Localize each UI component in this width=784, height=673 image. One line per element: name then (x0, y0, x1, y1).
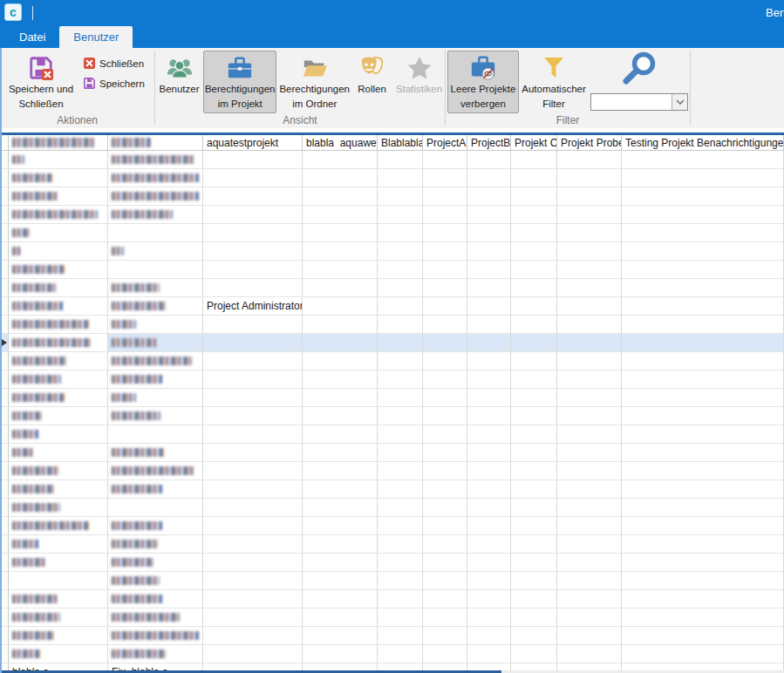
grid-cell[interactable] (467, 627, 511, 645)
grid-cell[interactable]: Project Administrator (203, 297, 303, 316)
grid-cell[interactable] (9, 590, 108, 608)
grid-cell[interactable] (622, 608, 784, 627)
grid-cell[interactable] (467, 444, 511, 462)
grid-cell[interactable] (423, 279, 467, 297)
grid-cell[interactable] (9, 370, 108, 389)
filter-combobox[interactable] (590, 93, 688, 111)
grid-cell[interactable] (108, 187, 203, 206)
grid-cell[interactable] (378, 645, 423, 663)
grid-cell[interactable] (203, 499, 303, 517)
grid-cell[interactable] (511, 370, 557, 389)
grid-cell[interactable] (303, 352, 378, 370)
grid-cell[interactable] (423, 370, 467, 389)
grid-cell[interactable] (9, 352, 108, 370)
grid-cell[interactable] (203, 316, 303, 334)
grid-cell[interactable] (467, 242, 511, 261)
grid-cell[interactable] (511, 169, 557, 187)
table-row[interactable] (0, 627, 784, 645)
grid-cell[interactable] (557, 224, 622, 242)
grid-cell[interactable] (557, 462, 622, 480)
grid-cell[interactable] (9, 480, 108, 499)
grid-cell[interactable] (303, 572, 378, 590)
grid-cell[interactable] (303, 334, 378, 352)
grid-cell[interactable] (303, 389, 378, 407)
grid-cell[interactable] (622, 444, 784, 462)
grid-cell[interactable] (423, 316, 467, 334)
grid-cell[interactable] (467, 334, 511, 352)
grid-cell[interactable] (108, 590, 203, 608)
grid-cell[interactable] (303, 627, 378, 645)
grid-cell[interactable] (467, 297, 511, 316)
grid-cell[interactable] (378, 169, 423, 187)
filter-combobox-input[interactable] (591, 94, 672, 110)
grid-cell[interactable] (423, 590, 467, 608)
table-row[interactable] (0, 389, 784, 407)
grid-cell[interactable] (467, 608, 511, 627)
grid-cell[interactable] (303, 462, 378, 480)
grid-cell[interactable] (203, 444, 303, 462)
grid-cell[interactable] (203, 590, 303, 608)
column-header-projekt-c[interactable]: Projekt C (511, 135, 557, 151)
grid-cell[interactable] (557, 370, 622, 389)
grid-cell[interactable] (511, 389, 557, 407)
grid-cell[interactable] (378, 590, 423, 608)
table-row[interactable] (0, 645, 784, 663)
column-header-projecta[interactable]: ProjectA (423, 135, 467, 151)
grid-cell[interactable] (108, 444, 203, 462)
grid-cell[interactable] (622, 151, 784, 169)
grid-cell[interactable] (108, 279, 203, 297)
grid-cell[interactable] (423, 608, 467, 627)
grid-cell[interactable] (622, 627, 784, 645)
automatischer-filter-button[interactable]: Automatischer Filter (522, 51, 585, 113)
grid-cell[interactable] (557, 590, 622, 608)
grid-cell[interactable] (467, 645, 511, 663)
table-row[interactable] (0, 261, 784, 279)
column-header-aquatestprojekt[interactable]: aquatestprojekt (203, 135, 303, 151)
grid-cell[interactable] (467, 187, 511, 206)
grid-cell[interactable] (303, 517, 378, 535)
grid-cell[interactable] (557, 169, 622, 187)
grid-cell[interactable] (203, 151, 303, 169)
grid-cell[interactable] (378, 261, 423, 279)
grid-cell[interactable] (378, 425, 423, 444)
grid-cell[interactable] (423, 334, 467, 352)
grid-cell[interactable] (9, 261, 108, 279)
grid-cell[interactable] (622, 572, 784, 590)
grid-cell[interactable] (378, 535, 423, 554)
grid-cell[interactable] (467, 535, 511, 554)
save-and-close-button[interactable]: Speichern und Schließen (7, 51, 75, 113)
table-row[interactable] (0, 316, 784, 334)
grid-cell[interactable] (9, 535, 108, 554)
grid-cell[interactable] (203, 627, 303, 645)
table-row[interactable] (0, 407, 784, 425)
grid-cell[interactable] (557, 425, 622, 444)
grid-cell[interactable] (557, 645, 622, 663)
grid-cell[interactable] (378, 370, 423, 389)
grid-cell[interactable] (423, 554, 467, 572)
grid-cell[interactable] (423, 517, 467, 535)
grid-cell[interactable] (303, 242, 378, 261)
grid-cell[interactable] (622, 169, 784, 187)
grid-cell[interactable] (303, 316, 378, 334)
grid-cell[interactable] (622, 261, 784, 279)
grid-cell[interactable] (622, 334, 784, 352)
app-icon[interactable]: c (4, 3, 22, 21)
grid-cell[interactable] (511, 645, 557, 663)
grid-cell[interactable] (511, 554, 557, 572)
grid-cell[interactable] (423, 572, 467, 590)
grid-cell[interactable] (557, 444, 622, 462)
grid-cell[interactable] (557, 389, 622, 407)
grid-cell[interactable] (557, 187, 622, 206)
grid-cell[interactable] (108, 169, 203, 187)
grid-cell[interactable] (557, 608, 622, 627)
grid-cell[interactable] (467, 572, 511, 590)
grid-cell[interactable] (378, 517, 423, 535)
grid-cell[interactable] (9, 425, 108, 444)
grid-cell[interactable] (108, 425, 203, 444)
grid-cell[interactable] (511, 242, 557, 261)
grid-cell[interactable] (378, 554, 423, 572)
table-row[interactable] (0, 554, 784, 572)
table-row[interactable] (0, 608, 784, 627)
grid-cell[interactable] (108, 352, 203, 370)
grid-cell[interactable] (108, 517, 203, 535)
